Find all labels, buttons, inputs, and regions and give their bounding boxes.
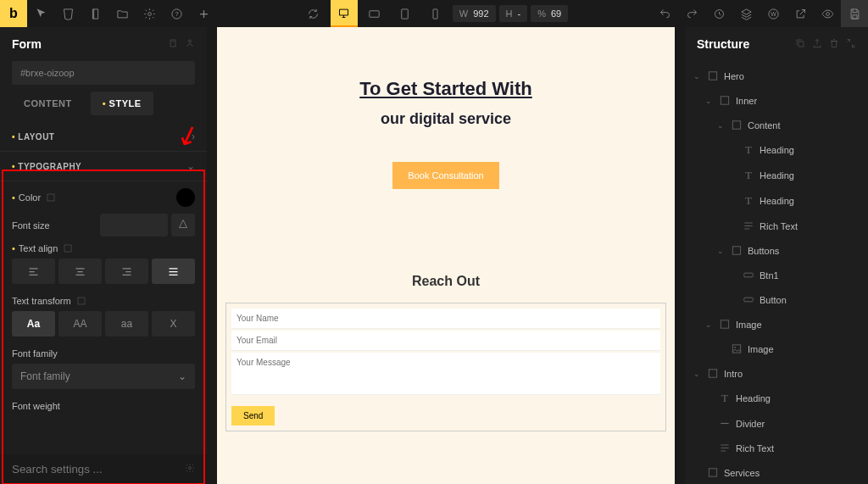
panel-header: Form xyxy=(0,27,207,61)
gear-icon[interactable] xyxy=(185,463,195,476)
tree-item-hero[interactable]: ⌄Hero xyxy=(690,64,863,87)
top-right-tools: W xyxy=(651,0,868,27)
preview-icon[interactable] xyxy=(814,0,841,27)
element-id-input[interactable] xyxy=(12,61,195,85)
svg-rect-16 xyxy=(709,72,716,80)
desktop-breakpoint-icon[interactable] xyxy=(331,0,358,27)
layers-icon[interactable] xyxy=(732,0,760,27)
redo-icon[interactable] xyxy=(678,0,705,27)
sect-icon xyxy=(719,318,731,331)
tree-item-services[interactable]: Services xyxy=(690,461,863,484)
app-logo[interactable]: b xyxy=(0,0,27,27)
tree-item-heading[interactable]: THeading xyxy=(690,138,863,162)
history-icon[interactable] xyxy=(705,0,732,27)
tree-item-rich-text[interactable]: Rich Text xyxy=(690,437,863,459)
search-input[interactable] xyxy=(12,463,185,476)
left-panel: Form CONTENT STYLE ↙ LAYOUT › TYPOGRAPHY… xyxy=(0,27,207,484)
name-input[interactable] xyxy=(231,309,660,329)
zoom-field[interactable]: %69 xyxy=(531,5,568,22)
css-icon[interactable] xyxy=(54,0,81,27)
tree-item-heading[interactable]: THeading xyxy=(690,387,863,410)
tree-item-label: Heading xyxy=(760,196,794,206)
align-left-button[interactable] xyxy=(12,259,55,284)
color-swatch[interactable] xyxy=(176,188,195,207)
delete-icon[interactable] xyxy=(829,38,839,51)
svg-point-10 xyxy=(189,40,192,42)
element-icon[interactable] xyxy=(185,38,195,51)
unit-button[interactable] xyxy=(171,214,195,236)
transform-upper-button[interactable]: AA xyxy=(58,311,102,337)
wordpress-icon[interactable]: W xyxy=(760,0,787,27)
undo-icon[interactable] xyxy=(651,0,678,27)
help-icon[interactable]: ? xyxy=(163,0,190,27)
tablet-landscape-icon[interactable] xyxy=(361,0,388,27)
refresh-icon[interactable] xyxy=(300,0,327,27)
tablet-portrait-icon[interactable] xyxy=(392,0,419,27)
parent-icon[interactable] xyxy=(168,38,178,51)
mobile-icon[interactable] xyxy=(422,0,449,27)
add-icon[interactable] xyxy=(190,0,217,27)
hero-subheading[interactable]: our digital service xyxy=(359,110,532,128)
folder-icon[interactable] xyxy=(108,0,136,27)
chevron-down-icon: ⌄ xyxy=(178,370,186,382)
tree-item-content[interactable]: ⌄Content xyxy=(690,114,863,136)
panel-tabs: CONTENT STYLE xyxy=(0,92,207,115)
svg-rect-18 xyxy=(732,121,740,129)
chevron-down-icon: ⌄ xyxy=(186,160,195,172)
send-button[interactable]: Send xyxy=(231,406,275,426)
tree-item-label: Rich Text xyxy=(760,221,798,231)
tree-item-label: Inner xyxy=(736,96,757,106)
transform-none-button[interactable]: Aa xyxy=(12,311,55,337)
tab-style[interactable]: STYLE xyxy=(91,92,153,115)
pages-icon[interactable] xyxy=(81,0,108,27)
tree-item-image[interactable]: Image xyxy=(690,337,863,360)
height-field[interactable]: H- xyxy=(499,5,528,22)
settings-icon[interactable] xyxy=(136,0,163,27)
section-typography[interactable]: TYPOGRAPHY ⌄ xyxy=(0,152,207,181)
external-link-icon[interactable] xyxy=(787,0,814,27)
tree-item-divider[interactable]: Divider xyxy=(690,412,863,435)
tree-item-buttons[interactable]: ⌄Buttons xyxy=(690,239,863,262)
tree-item-btn1[interactable]: Btn1 xyxy=(690,264,863,287)
collapse-icon[interactable] xyxy=(846,38,856,51)
cta-button[interactable]: Book Consultation xyxy=(392,162,498,189)
transform-lower-button[interactable]: aa xyxy=(105,311,148,337)
canvas[interactable]: To Get Started With our digital service … xyxy=(207,27,685,484)
fontfamily-select[interactable]: Font family ⌄ xyxy=(12,364,195,389)
tree-item-label: Image xyxy=(736,320,762,330)
form-box[interactable]: Send xyxy=(225,303,666,431)
btn-icon xyxy=(743,269,754,281)
align-right-button[interactable] xyxy=(105,259,148,284)
svg-text:?: ? xyxy=(175,10,178,18)
form-title[interactable]: Reach Out xyxy=(225,274,666,289)
rich-icon xyxy=(743,220,754,232)
transform-cap-button[interactable]: X xyxy=(152,311,195,337)
panel-title: Form xyxy=(12,37,42,51)
email-input[interactable] xyxy=(231,331,660,351)
tree-item-intro[interactable]: ⌄Intro xyxy=(690,362,863,385)
canvas-frame[interactable]: To Get Started With our digital service … xyxy=(217,27,675,484)
tree-item-inner[interactable]: ⌄Inner xyxy=(690,89,863,112)
prop-transform-label: Text transform xyxy=(12,296,86,306)
fontsize-input[interactable] xyxy=(100,214,168,236)
export-icon[interactable] xyxy=(812,38,822,51)
align-justify-button[interactable] xyxy=(152,259,195,284)
tree-item-heading[interactable]: THeading xyxy=(690,164,863,187)
svg-rect-22 xyxy=(721,320,728,328)
tab-content[interactable]: CONTENT xyxy=(12,92,84,115)
svg-point-24 xyxy=(734,347,736,348)
copy-icon[interactable] xyxy=(795,38,805,51)
tree-item-heading[interactable]: THeading xyxy=(690,189,863,213)
svg-point-14 xyxy=(189,467,192,470)
message-input[interactable] xyxy=(231,353,660,395)
tree-item-button[interactable]: Button xyxy=(690,288,863,311)
save-icon[interactable] xyxy=(841,0,868,27)
tree-item-rich-text[interactable]: Rich Text xyxy=(690,214,863,237)
tree-item-image[interactable]: ⌄Image xyxy=(690,313,863,336)
svg-rect-17 xyxy=(721,97,728,104)
pointer-icon[interactable] xyxy=(27,0,54,27)
align-center-button[interactable] xyxy=(58,259,102,284)
svg-text:W: W xyxy=(771,11,776,17)
width-field[interactable]: W992 xyxy=(453,5,496,22)
hero-heading[interactable]: To Get Started With xyxy=(359,78,532,100)
